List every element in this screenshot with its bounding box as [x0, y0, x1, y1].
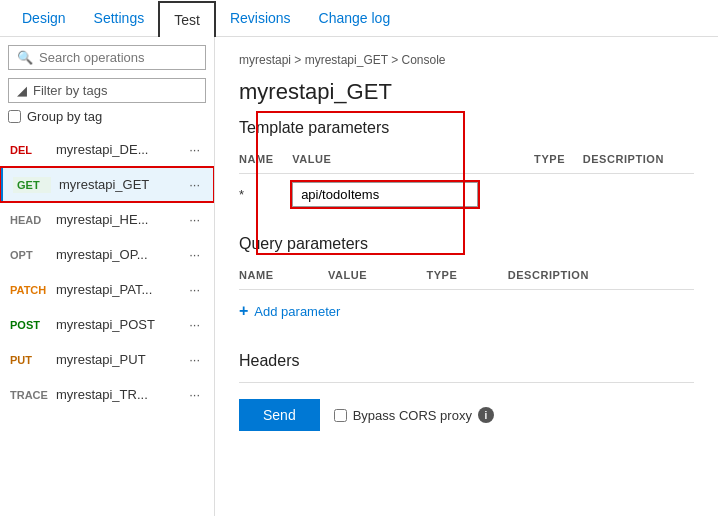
filter-box[interactable]: ◢ Filter by tags [8, 78, 206, 103]
search-input[interactable] [39, 50, 197, 65]
tab-design[interactable]: Design [8, 0, 80, 36]
ellipsis-trace[interactable]: ··· [185, 385, 204, 404]
tab-test[interactable]: Test [158, 1, 216, 37]
q-col-value-header: VALUE [328, 265, 427, 290]
add-parameter-button[interactable]: + Add parameter [239, 298, 686, 324]
api-name-opt: myrestapi_OP... [56, 247, 177, 262]
group-by-row: Group by tag [8, 109, 206, 124]
query-params-title: Query parameters [239, 235, 694, 253]
method-badge-trace: TRACE [10, 389, 48, 401]
method-badge-head: HEAD [10, 214, 48, 226]
page-title: myrestapi_GET [239, 79, 694, 105]
template-params-title: Template parameters [239, 119, 694, 137]
col-type-header: TYPE [534, 149, 583, 174]
filter-label: Filter by tags [33, 83, 107, 98]
api-name-put: myrestapi_PUT [56, 352, 177, 367]
filter-icon: ◢ [17, 83, 27, 98]
search-box[interactable]: 🔍 [8, 45, 206, 70]
breadcrumb: myrestapi > myrestapi_GET > Console [239, 53, 694, 67]
ellipsis-del[interactable]: ··· [185, 140, 204, 159]
method-badge-patch: PATCH [10, 284, 48, 296]
api-name-trace: myrestapi_TR... [56, 387, 177, 402]
param-type-cell [534, 174, 583, 216]
main-layout: 🔍 ◢ Filter by tags Group by tag DEL myre… [0, 37, 718, 516]
method-badge-opt: OPT [10, 249, 48, 261]
table-row: * [239, 174, 694, 216]
api-name-head: myrestapi_HE... [56, 212, 177, 227]
search-icon: 🔍 [17, 50, 33, 65]
headers-title: Headers [239, 352, 694, 370]
group-by-checkbox[interactable] [8, 110, 21, 123]
col-value-header: VALUE [292, 149, 534, 174]
q-col-name-header: NAME [239, 265, 328, 290]
tab-changelog[interactable]: Change log [305, 0, 405, 36]
api-item-del[interactable]: DEL myrestapi_DE... ··· [0, 132, 214, 167]
api-item-patch[interactable]: PATCH myrestapi_PAT... ··· [0, 272, 214, 307]
info-icon[interactable]: i [478, 407, 494, 423]
api-name-patch: myrestapi_PAT... [56, 282, 177, 297]
headers-divider [239, 382, 694, 383]
ellipsis-post[interactable]: ··· [185, 315, 204, 334]
param-name-cell: * [239, 174, 292, 216]
tab-revisions[interactable]: Revisions [216, 0, 305, 36]
query-params-table: NAME VALUE TYPE DESCRIPTION + Add parame… [239, 265, 694, 332]
group-by-label: Group by tag [27, 109, 102, 124]
api-item-post[interactable]: POST myrestapi_POST ··· [0, 307, 214, 342]
method-badge-post: POST [10, 319, 48, 331]
col-name-header: NAME [239, 149, 292, 174]
api-item-trace[interactable]: TRACE myrestapi_TR... ··· [0, 377, 214, 412]
api-item-opt[interactable]: OPT myrestapi_OP... ··· [0, 237, 214, 272]
tab-settings[interactable]: Settings [80, 0, 159, 36]
ellipsis-put[interactable]: ··· [185, 350, 204, 369]
api-name-post: myrestapi_POST [56, 317, 177, 332]
plus-icon: + [239, 302, 248, 320]
template-params-table: NAME VALUE TYPE DESCRIPTION * [239, 149, 694, 215]
method-badge-put: PUT [10, 354, 48, 366]
api-item-put[interactable]: PUT myrestapi_PUT ··· [0, 342, 214, 377]
q-col-desc-header: DESCRIPTION [508, 265, 694, 290]
param-value-cell[interactable] [292, 174, 534, 216]
api-item-get[interactable]: GET myrestapi_GET ··· [0, 167, 214, 202]
ellipsis-patch[interactable]: ··· [185, 280, 204, 299]
add-param-row: + Add parameter [239, 290, 694, 333]
send-row: Send Bypass CORS proxy i [239, 399, 694, 431]
bypass-label: Bypass CORS proxy i [334, 407, 494, 423]
col-desc-header: DESCRIPTION [583, 149, 694, 174]
add-param-label: Add parameter [254, 304, 340, 319]
api-name-del: myrestapi_DE... [56, 142, 177, 157]
bypass-text: Bypass CORS proxy [353, 408, 472, 423]
param-desc-cell [583, 174, 694, 216]
ellipsis-opt[interactable]: ··· [185, 245, 204, 264]
sidebar: 🔍 ◢ Filter by tags Group by tag DEL myre… [0, 37, 215, 516]
param-value-input[interactable] [292, 182, 478, 207]
api-name-get: myrestapi_GET [59, 177, 177, 192]
content-panel: myrestapi > myrestapi_GET > Console myre… [215, 37, 718, 516]
q-col-type-header: TYPE [426, 265, 507, 290]
send-button[interactable]: Send [239, 399, 320, 431]
method-badge-get: GET [13, 177, 51, 193]
top-navigation: Design Settings Test Revisions Change lo… [0, 0, 718, 37]
ellipsis-head[interactable]: ··· [185, 210, 204, 229]
bypass-checkbox[interactable] [334, 409, 347, 422]
method-badge-del: DEL [10, 144, 48, 156]
ellipsis-get[interactable]: ··· [185, 175, 204, 194]
api-item-head[interactable]: HEAD myrestapi_HE... ··· [0, 202, 214, 237]
api-list: DEL myrestapi_DE... ··· GET myrestapi_GE… [0, 132, 214, 412]
